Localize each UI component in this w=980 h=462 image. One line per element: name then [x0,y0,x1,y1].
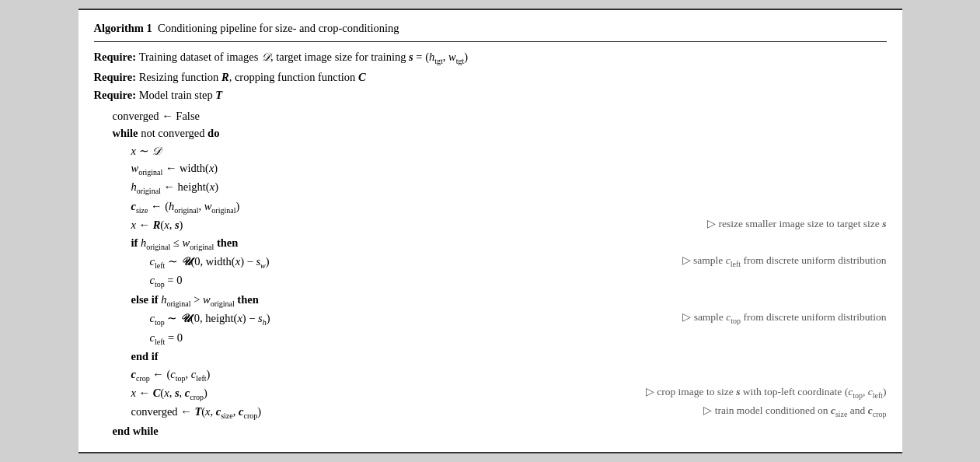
algorithm-header: Algorithm 1 Conditioning pipeline for si… [94,19,887,42]
ctop-zero-text: ctop = 0 [150,271,183,290]
ccrop-text: ccrop ← (ctop, cleft) [131,366,211,384]
ctop-comment: ▷ sample ctop from discrete uniform dist… [651,310,886,328]
algorithm-body: converged ← False while not converged do… [94,107,887,440]
crop-comment: ▷ crop image to size s with top-left coo… [615,384,887,403]
algorithm-box: Algorithm 1 Conditioning pipeline for si… [78,9,902,453]
cleft-sample-text: cleft ∼ 𝒰(0, width(x) − sw) [150,253,270,271]
line-cleft-sample: cleft ∼ 𝒰(0, width(x) − sw) ▷ sample cle… [94,253,887,271]
while-text: while not converged do [113,124,220,142]
resize-comment: ▷ resize smaller image size to target si… [676,216,886,233]
line-if1: if horiginal ≤ woriginal then [94,234,887,253]
ctop-sample-text: ctop ∼ 𝒰(0, height(x) − sh) [150,310,270,328]
end-while-text: end while [113,422,159,439]
line-crop: x ← C(x, s, ccrop) ▷ crop image to size … [94,384,887,403]
resize-text: x ← R(x, s) [131,216,183,233]
converged-update-text: converged ← T(x, csize, ccrop) [131,403,262,422]
require-line-1: Require: Training dataset of images 𝒟, t… [94,48,887,67]
line-end-while: end while [94,422,887,439]
w-original-text: woriginal ← width(x) [131,159,218,178]
line-ctop-sample: ctop ∼ 𝒰(0, height(x) − sh) ▷ sample cto… [94,310,887,328]
page-container: Algorithm 1 Conditioning pipeline for si… [0,0,980,462]
cleft-comment: ▷ sample cleft from discrete uniform dis… [651,253,887,271]
converged-init-text: converged ← False [113,107,200,124]
require-text-2: Resizing function R, cropping function f… [139,68,366,86]
elseif-text: else if horiginal > woriginal then [131,291,259,310]
line-csize: csize ← (horiginal, woriginal) [94,198,887,216]
end-if-text: end if [131,348,159,365]
require-label-1: Require: [94,48,139,65]
line-converged-update: converged ← T(x, csize, ccrop) ▷ train m… [94,403,887,422]
algorithm-label: Algorithm 1 [94,22,159,34]
line-h-original: horiginal ← height(x) [94,178,887,197]
line-converged-init: converged ← False [94,107,887,124]
csize-text: csize ← (horiginal, woriginal) [131,198,240,216]
line-ctop-zero: ctop = 0 [94,271,887,290]
crop-text: x ← C(x, s, ccrop) [131,384,208,403]
require-text-1: Training dataset of images 𝒟, target ima… [139,48,469,67]
line-ccrop: ccrop ← (ctop, cleft) [94,366,887,384]
cleft-zero-text: cleft = 0 [150,329,183,348]
if1-text: if horiginal ≤ woriginal then [131,234,239,253]
train-comment: ▷ train model conditioned on csize and c… [672,403,886,422]
line-end-if: end if [94,348,887,365]
require-label-2: Require: [94,68,139,86]
line-resize: x ← R(x, s) ▷ resize smaller image size … [94,216,887,233]
line-x-sample: x ∼ 𝒟 [94,142,887,159]
require-label-3: Require: [94,86,139,103]
line-w-original: woriginal ← width(x) [94,159,887,178]
require-line-3: Require: Model train step T [94,86,887,103]
line-while: while not converged do [94,124,887,142]
line-elseif: else if horiginal > woriginal then [94,291,887,310]
x-sample-text: x ∼ 𝒟 [131,142,162,159]
line-cleft-zero: cleft = 0 [94,329,887,348]
h-original-text: horiginal ← height(x) [131,178,218,197]
require-text-3: Model train step T [139,86,223,103]
require-line-2: Require: Resizing function R, cropping f… [94,68,887,86]
algorithm-title: Conditioning pipeline for size- and crop… [158,22,399,34]
